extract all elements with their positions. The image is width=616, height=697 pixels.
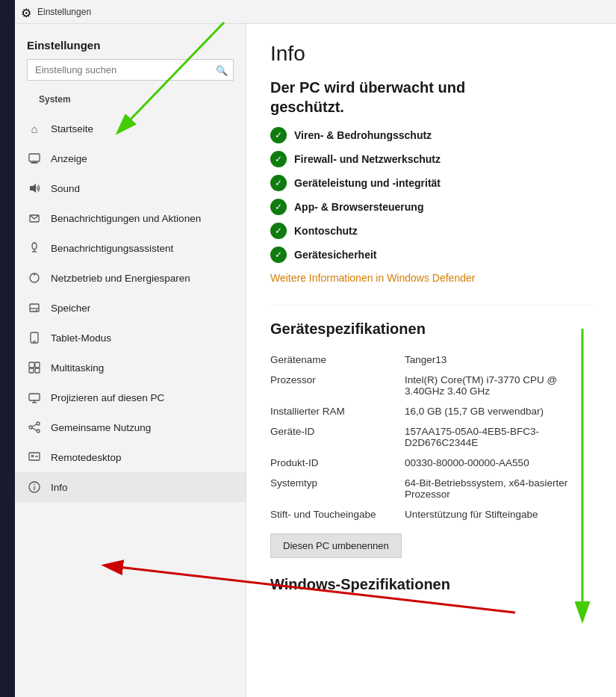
tablet-modus-label: Tablet-Modus: [51, 332, 111, 344]
speicher-icon: [27, 300, 42, 315]
svg-point-32: [34, 484, 35, 486]
security-heading: Der PC wird überwacht undgeschützt.: [270, 78, 592, 117]
security-label-5: Kontoschutz: [294, 225, 358, 237]
security-item-4: ✓ App- & Browsersteuerung: [270, 199, 592, 215]
security-label-2: Firewall- und Netzwerkschutz: [294, 153, 441, 165]
sidebar: Einstellungen 🔍 System ⌂ Startseite Anze…: [15, 24, 246, 697]
nav-item-gemeinsame-nutzung[interactable]: Gemeinsame Nutzung: [15, 412, 246, 442]
spec-value-stift: Unterstützung für Stifteingabe: [405, 509, 592, 520]
nav-item-speicher[interactable]: Speicher: [15, 293, 246, 323]
svg-point-23: [37, 430, 40, 433]
taskbar-strip: [0, 0, 15, 697]
section-divider: [270, 305, 592, 306]
spec-row-geraete-id: Geräte-ID 157AA175-05A0-4EB5-BFC3-D2D676…: [270, 421, 592, 453]
svg-rect-17: [35, 368, 40, 373]
security-item-3: ✓ Geräteleistung und -integrität: [270, 175, 592, 191]
title-bar-text: Einstellungen: [37, 7, 91, 17]
sidebar-header: Einstellungen 🔍 System: [15, 24, 246, 114]
multitasking-label: Multitasking: [51, 362, 104, 374]
spec-key-geraete-id: Geräte-ID: [270, 426, 405, 448]
security-item-6: ✓ Gerätesicherheit: [270, 247, 592, 263]
multitasking-icon: [27, 360, 42, 375]
spec-row-stift: Stift- und Toucheingabe Unterstützung fü…: [270, 504, 592, 524]
netzbetrieb-label: Netzbetrieb und Energiesparen: [51, 273, 190, 284]
gemeinsame-nutzung-label: Gemeinsame Nutzung: [51, 422, 151, 433]
security-label-1: Viren- & Bedrohungsschutz: [294, 129, 432, 141]
anzeige-label: Anzeige: [51, 153, 87, 164]
sound-label: Sound: [51, 183, 80, 194]
nav-item-anzeige[interactable]: Anzeige: [15, 143, 246, 173]
svg-line-24: [32, 424, 37, 427]
benachrichtigungsassistent-label: Benachrichtigungsassistent: [51, 243, 173, 254]
svg-rect-18: [29, 394, 40, 400]
anzeige-icon: [27, 151, 42, 166]
spec-value-ram: 16,0 GB (15,7 GB verwendbar): [405, 406, 592, 417]
defender-link[interactable]: Weitere Informationen in Windows Defende…: [270, 272, 592, 284]
check-icon-3: ✓: [270, 175, 287, 191]
nav-item-benachrichtigungsassistent[interactable]: Benachrichtigungsassistent: [15, 233, 246, 263]
nav-item-sound[interactable]: Sound: [15, 173, 246, 203]
svg-rect-15: [35, 362, 40, 368]
svg-rect-0: [29, 154, 40, 161]
info-icon: [27, 480, 42, 495]
remotedesktop-icon: [27, 450, 42, 465]
check-icon-5: ✓: [270, 223, 287, 239]
page-title: Info: [270, 42, 592, 66]
spec-value-systemtyp: 64-Bit-Betriebssystem, x64-basierter Pro…: [405, 477, 592, 500]
security-item-2: ✓ Firewall- und Netzwerkschutz: [270, 151, 592, 167]
windows-spezifikationen-title: Windows-Spezifikationen: [270, 576, 592, 593]
svg-marker-3: [30, 184, 36, 193]
title-bar: ⚙ Einstellungen: [15, 0, 616, 24]
projizieren-icon: [27, 390, 42, 405]
security-items-list: ✓ Viren- & Bedrohungsschutz ✓ Firewall- …: [270, 127, 592, 263]
svg-rect-9: [30, 304, 39, 312]
main-area: Einstellungen 🔍 System ⌂ Startseite Anze…: [15, 24, 616, 697]
spec-key-geraetename: Gerätename: [270, 354, 405, 365]
spec-value-geraetename: Tanger13: [405, 354, 592, 365]
sidebar-title: Einstellungen: [27, 33, 234, 59]
spec-key-prozessor: Prozessor: [270, 374, 405, 397]
benachrichtigungen-label: Benachrichtigungen und Aktionen: [51, 213, 201, 224]
search-box[interactable]: 🔍: [27, 59, 234, 81]
settings-window: ⚙ Einstellungen Einstellungen 🔍 System ⌂…: [15, 0, 616, 697]
netzbetrieb-icon: [27, 270, 42, 285]
spec-value-prozessor: Intel(R) Core(TM) i7-3770 CPU @ 3.40GHz …: [405, 374, 592, 397]
specs-table: Gerätename Tanger13 Prozessor Intel(R) C…: [270, 350, 592, 524]
spec-key-systemtyp: Systemtyp: [270, 477, 405, 500]
security-label-6: Gerätesicherheit: [294, 249, 377, 261]
security-item-1: ✓ Viren- & Bedrohungsschutz: [270, 127, 592, 143]
geraetespezifikationen-title: Gerätespezifikationen: [270, 320, 592, 338]
check-icon-2: ✓: [270, 151, 287, 167]
search-icon: 🔍: [216, 64, 228, 75]
svg-rect-16: [29, 368, 34, 373]
tablet-modus-icon: [27, 330, 42, 345]
rename-pc-button[interactable]: Diesen PC umbenennen: [270, 533, 402, 558]
spec-value-produkt-id: 00330-80000-00000-AA550: [405, 457, 592, 468]
spec-key-ram: Installierter RAM: [270, 406, 405, 417]
security-item-5: ✓ Kontoschutz: [270, 223, 592, 239]
nav-item-tablet-modus[interactable]: Tablet-Modus: [15, 323, 246, 353]
content-area: Info Der PC wird überwacht undgeschützt.…: [246, 24, 616, 697]
remotedesktop-label: Remotedesktop: [51, 452, 122, 463]
projizieren-label: Projizieren auf diesen PC: [51, 392, 164, 403]
sound-icon: [27, 181, 42, 196]
nav-item-netzbetrieb[interactable]: Netzbetrieb und Energiesparen: [15, 263, 246, 293]
speicher-label: Speicher: [51, 303, 90, 314]
settings-icon: ⚙: [21, 6, 33, 18]
nav-item-startseite[interactable]: ⌂ Startseite: [15, 114, 246, 143]
security-label-3: Geräteleistung und -integrität: [294, 177, 441, 189]
benachrichtigungen-icon: [27, 211, 42, 226]
startseite-label: Startseite: [51, 123, 93, 134]
benachrichtigungsassistent-icon: [27, 241, 42, 255]
svg-point-22: [29, 426, 32, 429]
search-input[interactable]: [27, 59, 234, 81]
security-label-4: App- & Browsersteuerung: [294, 201, 423, 213]
nav-item-projizieren[interactable]: Projizieren auf diesen PC: [15, 382, 246, 412]
section-system-label: System: [27, 90, 234, 108]
svg-point-21: [37, 422, 40, 425]
nav-item-benachrichtigungen[interactable]: Benachrichtigungen und Aktionen: [15, 203, 246, 233]
nav-item-remotedesktop[interactable]: Remotedesktop: [15, 442, 246, 472]
check-icon-6: ✓: [270, 247, 287, 263]
nav-item-multitasking[interactable]: Multitasking: [15, 353, 246, 382]
nav-item-info[interactable]: Info: [15, 472, 246, 502]
